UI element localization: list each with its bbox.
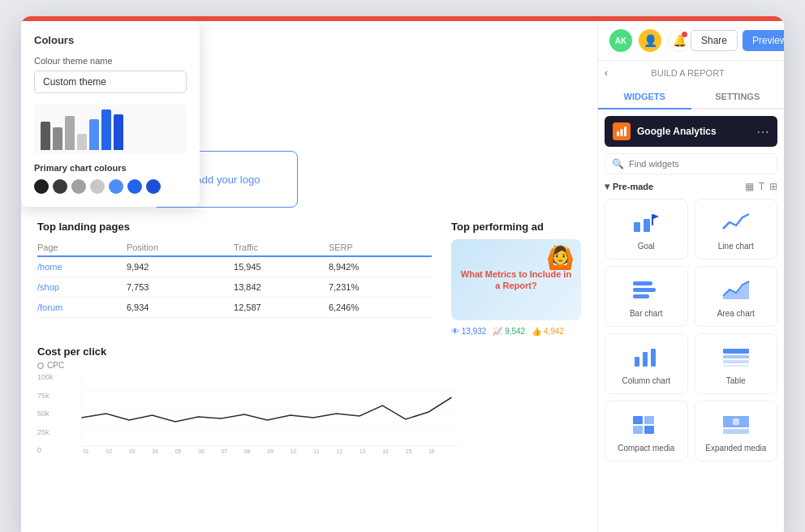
landing-pages-section: Top landing pages Page Position Traffic …	[37, 221, 432, 336]
widget-card-bar-chart[interactable]: Bar chart	[605, 266, 688, 327]
widget-card-area-chart[interactable]: Area chart	[695, 266, 778, 327]
table-view-icon[interactable]: ⊞	[769, 181, 777, 192]
search-input[interactable]	[629, 159, 770, 169]
svg-rect-41	[644, 426, 654, 434]
landing-pages-title: Top landing pages	[37, 221, 432, 233]
area-chart-icon	[721, 275, 751, 304]
search-bar: 🔍	[605, 153, 777, 174]
widget-label-line-chart: Line chart	[718, 242, 754, 251]
cell-page: /forum	[37, 298, 127, 318]
table-icon	[721, 342, 751, 371]
swatch-2[interactable]	[53, 179, 67, 194]
widget-card-line-chart[interactable]: Line chart	[695, 199, 778, 260]
col-page: Page	[37, 239, 127, 256]
bar-1	[41, 122, 50, 150]
swatch-4[interactable]	[90, 179, 105, 194]
ad-likes: 👍 4,942	[532, 327, 564, 336]
ad-section: Top performing ad 🙆 What Metrics to Incl…	[451, 221, 597, 336]
svg-rect-32	[643, 352, 648, 367]
bar-3	[65, 116, 75, 150]
swatch-3[interactable]	[71, 179, 86, 194]
svg-rect-28	[633, 288, 656, 292]
bar-view-icon[interactable]: ▦	[745, 181, 754, 192]
ad-stats: 👁 13,932 📈 9,542 👍 4,942	[451, 327, 597, 336]
line-chart-svg: 01 02 03 04 05 06 07 08 09 10 11 12 13 1…	[37, 373, 459, 454]
cpc-legend-label: CPC	[47, 361, 64, 370]
table-row: /shop 7,753 13,842 7,231%	[37, 277, 432, 298]
svg-text:11: 11	[313, 448, 320, 454]
svg-rect-36	[723, 360, 749, 363]
widget-label-goal: Goal	[638, 242, 655, 251]
svg-text:16: 16	[428, 448, 435, 454]
widget-card-expanded-media[interactable]: Expanded media	[695, 401, 778, 461]
svg-rect-34	[723, 349, 749, 354]
col-serp: SERP	[329, 239, 432, 256]
sidebar: AK 👤 🔔 Share Preview ‹ BUILD A REPORT	[597, 21, 784, 532]
cpc-title: Cost per click	[37, 345, 597, 358]
text-view-icon[interactable]: T	[759, 181, 764, 192]
svg-text:05: 05	[175, 448, 182, 454]
tab-settings[interactable]: SETTINGS	[691, 85, 785, 109]
table-row: /forum 6,934 12,587 6,246%	[37, 298, 432, 318]
widget-card-goal[interactable]: Goal	[605, 199, 688, 260]
premade-chevron-icon[interactable]: ▾	[605, 181, 609, 192]
svg-rect-29	[633, 294, 649, 298]
share-button[interactable]: Share	[691, 30, 738, 51]
ad-clicks: 📈 9,542	[493, 327, 525, 336]
widget-card-compact-media[interactable]: Compact media	[605, 401, 688, 461]
svg-text:04: 04	[153, 448, 159, 454]
svg-text:12: 12	[337, 448, 343, 454]
cell-serp: 6,246%	[329, 298, 432, 318]
ga-menu-icon[interactable]: ⋯	[756, 124, 769, 139]
ad-title: Top performing ad	[451, 221, 597, 233]
primary-chart-label: Primary chart colours	[34, 163, 187, 173]
tab-widgets[interactable]: WIDGETS	[598, 85, 691, 109]
back-chevron-icon[interactable]: ‹	[605, 67, 608, 79]
cell-serp: 8,942%	[329, 256, 432, 277]
svg-rect-30	[633, 281, 652, 285]
swatch-1[interactable]	[34, 179, 49, 194]
bar-7	[114, 114, 123, 150]
svg-text:03: 03	[129, 448, 136, 454]
svg-rect-44	[733, 418, 739, 425]
svg-rect-35	[723, 355, 749, 358]
compact-media-icon	[631, 410, 661, 439]
preview-button[interactable]: Preview	[743, 30, 784, 51]
sidebar-header: AK 👤 🔔 Share Preview	[598, 21, 784, 61]
y-label-50k: 50k	[37, 410, 54, 418]
svg-marker-27	[653, 214, 659, 219]
ad-views: 👁 13,932	[451, 327, 486, 336]
avatar-user: 👤	[639, 29, 661, 52]
y-label-0: 0	[37, 446, 54, 454]
widget-label-area-chart: Area chart	[717, 309, 755, 318]
swatch-6[interactable]	[127, 179, 142, 194]
widgets-grid: Goal Line chart	[598, 199, 784, 461]
y-label-25k: 25k	[37, 428, 54, 436]
main-window: Colours Colour theme name Primary chart …	[21, 16, 784, 532]
expanded-media-icon	[721, 410, 751, 439]
ga-label: Google Analytics	[637, 126, 717, 137]
line-chart-icon	[721, 208, 751, 237]
ad-image-title: What Metrics to Include in a Report?	[458, 268, 575, 292]
svg-rect-21	[617, 131, 619, 136]
notification-icon[interactable]: 🔔	[668, 29, 691, 52]
premade-view-icons: ▦ T ⊞	[745, 181, 777, 192]
colour-theme-input[interactable]	[34, 71, 187, 93]
premade-label: Pre-made	[613, 182, 653, 191]
y-label-75k: 75k	[37, 392, 54, 400]
cell-traffic: 13,842	[234, 277, 329, 298]
svg-text:09: 09	[267, 448, 273, 454]
cpc-section: Cost per click CPC 100k 75k 50k 25k 0	[37, 345, 597, 454]
build-report-title: ‹ BUILD A REPORT	[598, 61, 784, 85]
search-icon: 🔍	[612, 158, 624, 169]
widget-card-column-chart[interactable]: Column chart	[605, 333, 688, 394]
cell-position: 6,934	[127, 298, 234, 318]
widget-card-table[interactable]: Table	[695, 333, 778, 394]
goal-icon	[633, 208, 659, 237]
svg-rect-38	[633, 416, 643, 424]
svg-text:14: 14	[382, 448, 389, 454]
table-row: /home 9,942 15,945 8,942%	[37, 256, 432, 277]
swatch-7[interactable]	[146, 179, 161, 194]
cell-page: /home	[37, 256, 127, 277]
swatch-5[interactable]	[109, 179, 123, 194]
